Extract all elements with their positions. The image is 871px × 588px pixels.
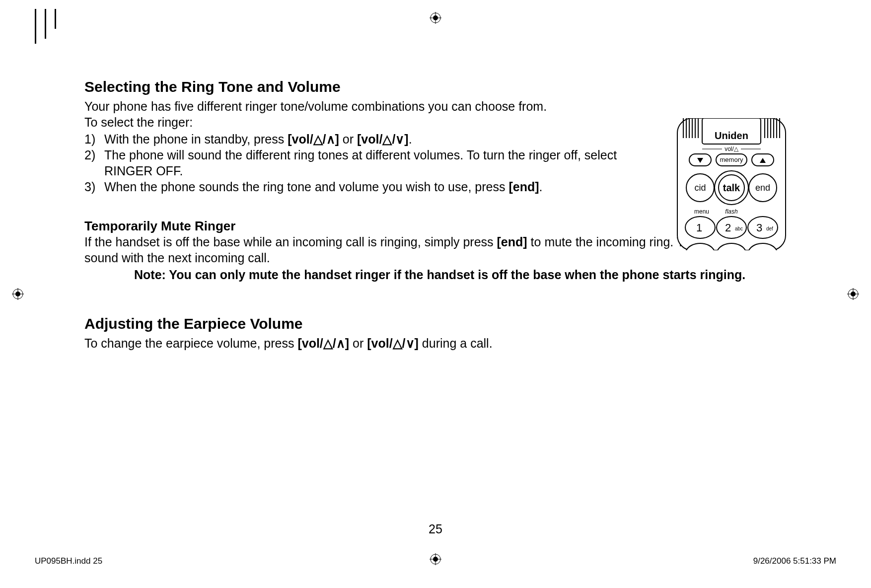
key-vol-down: [vol/△/∨] — [357, 132, 409, 146]
intro-line1: Your phone has five different ringer ton… — [84, 98, 790, 114]
key-end: [end] — [508, 180, 539, 194]
phone-key-3: 3 — [756, 221, 762, 234]
step-text: . — [409, 132, 412, 146]
crop-bars-icon — [35, 9, 55, 44]
phone-key-2: 2 — [725, 221, 731, 234]
earpiece-text: or — [349, 336, 367, 350]
step-text: . — [539, 180, 543, 194]
page-number: 25 — [0, 522, 871, 536]
phone-key-1: 1 — [696, 221, 702, 234]
svg-point-41 — [748, 217, 778, 238]
registration-mark-icon — [847, 288, 859, 300]
mute-text: If the handset is off the base while an … — [84, 235, 497, 249]
phone-key-3-sub: def — [766, 226, 773, 231]
phone-handset-illustration: Uniden vol/△ memory cid talk end menu fl… — [674, 118, 789, 250]
phone-flash-label: flash — [725, 208, 738, 215]
registration-mark-icon — [12, 288, 24, 300]
step-number: 1) — [84, 131, 104, 147]
print-footer: UP095BH.indd 25 9/26/2006 5:51:33 PM — [35, 556, 836, 566]
phone-menu-label: menu — [694, 208, 709, 215]
registration-mark-icon — [430, 12, 441, 24]
phone-memory-button: memory — [720, 156, 743, 163]
phone-key-2-sub: abc — [735, 226, 743, 231]
phone-talk-button: talk — [723, 182, 740, 193]
phone-end-button: end — [755, 183, 770, 193]
phone-cid-button: cid — [694, 183, 706, 193]
key-vol-up: [vol/△/∧] — [297, 336, 349, 350]
step-text: or — [339, 132, 357, 146]
heading-earpiece: Adjusting the Earpiece Volume — [84, 315, 790, 332]
mute-note: Note: You can only mute the handset ring… — [84, 267, 790, 283]
earpiece-paragraph: To change the earpiece volume, press [vo… — [84, 335, 790, 351]
key-end: [end] — [497, 235, 527, 249]
phone-brand: Uniden — [715, 130, 748, 141]
footer-timestamp: 9/26/2006 5:51:33 PM — [753, 556, 836, 566]
step-number: 2) — [84, 147, 104, 179]
key-vol-up: [vol/△/∧] — [288, 132, 339, 146]
footer-filename: UP095BH.indd 25 — [35, 556, 102, 566]
earpiece-text: during a call. — [419, 336, 493, 350]
step-text: With the phone in standby, press — [104, 132, 288, 146]
step-text: When the phone sounds the ring tone and … — [104, 180, 508, 194]
earpiece-section: Adjusting the Earpiece Volume To change … — [84, 315, 790, 351]
step-number: 3) — [84, 179, 104, 195]
earpiece-text: To change the earpiece volume, press — [84, 336, 297, 350]
key-vol-down: [vol/△/∨] — [367, 336, 419, 350]
heading-ring-tone: Selecting the Ring Tone and Volume — [84, 78, 790, 95]
phone-vol-label: vol/△ — [725, 146, 739, 152]
